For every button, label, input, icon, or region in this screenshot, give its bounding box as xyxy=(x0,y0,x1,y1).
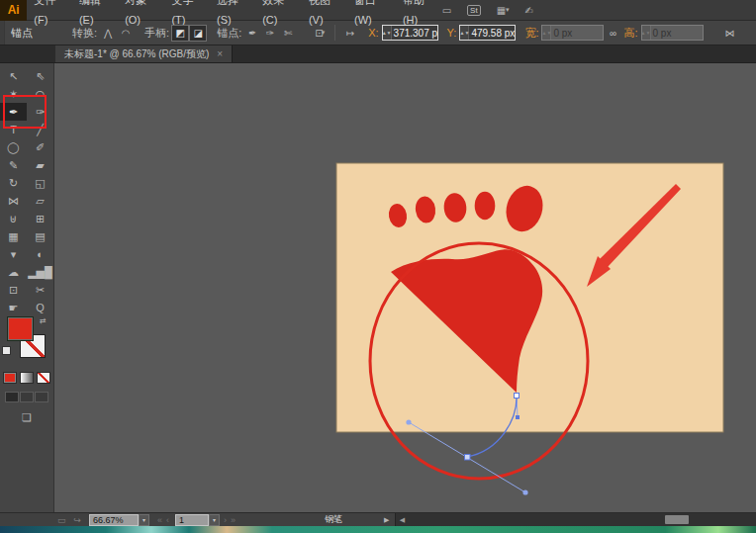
shape-builder-tool[interactable]: ⊎ xyxy=(0,210,27,227)
pen-direction-endpoint-1[interactable] xyxy=(406,419,411,424)
artboard-number-field[interactable]: 1 xyxy=(175,514,209,526)
x-stepper[interactable]: ▲▼ xyxy=(383,26,392,40)
tools-grid: ↖⇖✶◠✒✑T╱◯✐✎▰↻◱⋈▱⊎⊞▦▤▾◐☁▂▅█⊡✂☛Q xyxy=(0,63,53,316)
convert-to-smooth-button[interactable]: ◠ xyxy=(117,25,135,42)
x-value: 371.307 px xyxy=(392,28,437,39)
pen-tool[interactable]: ✒ xyxy=(0,103,27,121)
slice-tool[interactable]: ✂ xyxy=(27,281,53,299)
fill-swatch[interactable] xyxy=(7,316,34,341)
show-handles-button[interactable]: ◩ xyxy=(171,25,189,42)
selection-tool[interactable]: ↖ xyxy=(0,67,27,85)
statusbar-icon-2[interactable]: ↪ xyxy=(74,515,82,525)
document-tab[interactable]: 未标题-1* @ 66.67% (RGB/预览) × xyxy=(55,45,233,62)
status-popup-arrow[interactable]: ▶ xyxy=(384,516,389,524)
column-graph-tool[interactable]: ▂▅█ xyxy=(27,263,53,281)
height-label: 高: xyxy=(623,26,637,41)
horizontal-scrollbar-thumb[interactable] xyxy=(665,515,689,524)
direct-selection-tool[interactable]: ⇖ xyxy=(27,67,53,85)
width-value: 0 px xyxy=(551,28,603,39)
zoom-level-value: 66.67% xyxy=(93,515,124,525)
symbol-sprayer-tool[interactable]: ☁ xyxy=(0,263,27,281)
artboard-tool[interactable]: ⊡ xyxy=(0,281,27,299)
zoom-dropdown-button[interactable]: ▾ xyxy=(139,514,149,526)
pen-anchor-selected[interactable] xyxy=(465,455,471,461)
zoom-level-field[interactable]: 66.67% xyxy=(89,514,139,526)
chevron-down-icon: ▾ xyxy=(506,6,510,14)
zoom-tool[interactable]: Q xyxy=(27,299,53,316)
document-canvas[interactable] xyxy=(54,63,756,512)
curvature-tool[interactable]: ✑ xyxy=(27,103,53,121)
control-bar-grip[interactable] xyxy=(0,21,5,44)
connect-path-button[interactable]: ✑ xyxy=(261,25,279,42)
menu-item-0[interactable]: 文件(F) xyxy=(27,0,72,30)
remove-anchor-button[interactable]: ✒ xyxy=(243,25,261,42)
workspace-switcher-icon[interactable]: ▦ ▾ xyxy=(497,5,510,16)
paintbrush-tool[interactable]: ✐ xyxy=(27,138,53,156)
hide-handles-button[interactable]: ◪ xyxy=(189,25,207,42)
draw-behind-mode-button[interactable] xyxy=(20,392,34,402)
close-tab-icon[interactable]: × xyxy=(217,48,223,59)
magic-wand-tool[interactable]: ✶ xyxy=(0,85,27,103)
eyedropper-tool[interactable]: ▾ xyxy=(0,245,27,263)
link-dimensions-icon[interactable]: ∞ xyxy=(604,25,621,42)
main-area: ↖⇖✶◠✒✑T╱◯✐✎▰↻◱⋈▱⊎⊞▦▤▾◐☁▂▅█⊡✂☛Q ⇄ ❏ xyxy=(0,63,756,512)
paint-style-buttons xyxy=(0,372,53,384)
change-screen-mode-button[interactable]: ❏ xyxy=(0,411,53,424)
horizontal-scrollbar[interactable]: ◀ xyxy=(395,513,756,526)
lasso-tool[interactable]: ◠ xyxy=(27,85,53,103)
width-tool[interactable]: ⋈ xyxy=(0,192,27,210)
width-label: 宽: xyxy=(524,26,538,41)
align-edges-icon[interactable]: ↦ xyxy=(341,25,359,42)
rotate-tool[interactable]: ↻ xyxy=(0,174,27,192)
free-transform-tool[interactable]: ▱ xyxy=(27,192,53,210)
appbar-icons: ▭ St ▦ ▾ ✍ xyxy=(442,5,533,16)
windows-taskbar-strip[interactable] xyxy=(0,526,756,533)
workspace-grid-icon: ▦ xyxy=(497,5,506,16)
gradient-tool[interactable]: ▤ xyxy=(27,227,53,245)
draw-inside-mode-button[interactable] xyxy=(35,392,48,402)
hand-tool[interactable]: ☛ xyxy=(0,299,27,316)
height-stepper: ▲▼ xyxy=(642,26,651,40)
type-tool[interactable]: T xyxy=(0,121,27,138)
line-segment-tool[interactable]: ╱ xyxy=(27,121,53,138)
previous-artboard-button[interactable]: ‹ xyxy=(166,515,169,525)
eraser-tool[interactable]: ▰ xyxy=(27,156,53,174)
canvas-area[interactable] xyxy=(54,63,756,512)
arrange-documents-icon[interactable]: ▭ xyxy=(442,5,451,16)
color-button[interactable] xyxy=(3,372,17,384)
scroll-left-button[interactable]: ◀ xyxy=(396,516,408,524)
height-value: 0 px xyxy=(651,28,703,39)
first-artboard-button[interactable]: « xyxy=(157,515,162,525)
swap-fill-stroke-icon[interactable]: ⇄ xyxy=(40,316,47,325)
next-artboard-button[interactable]: › xyxy=(224,515,227,525)
anchors-label: 锚点: xyxy=(217,26,241,41)
transform-options-icon[interactable]: ⋈ xyxy=(721,25,739,42)
gradient-button[interactable] xyxy=(20,372,34,384)
x-field[interactable]: ▲▼ 371.307 px xyxy=(382,25,438,41)
draw-normal-mode-button[interactable] xyxy=(5,392,19,402)
y-field[interactable]: ▲▼ 479.58 px xyxy=(459,25,516,41)
pen-handle-point[interactable] xyxy=(516,415,520,419)
cut-path-button[interactable]: ✄ xyxy=(279,25,297,42)
status-bar: ▭ ↪ 66.67% ▾ « ‹ 1 ▾ › » 钢笔 ▶ ◀ xyxy=(0,512,756,526)
pen-direction-endpoint-2[interactable] xyxy=(522,489,527,494)
ellipse-tool[interactable]: ◯ xyxy=(0,138,27,156)
appbar-extra-icon[interactable]: ✍ xyxy=(525,5,533,16)
statusbar-icon-1[interactable]: ▭ xyxy=(57,515,66,525)
clipping-mask-button[interactable]: ⊡▾ xyxy=(311,25,329,42)
artboard-dropdown-button[interactable]: ▾ xyxy=(209,514,220,526)
adobe-stock-icon[interactable]: St xyxy=(467,5,481,16)
default-fill-stroke-icon[interactable] xyxy=(2,346,11,355)
scale-tool[interactable]: ◱ xyxy=(27,174,53,192)
fill-stroke-controls: ⇄ xyxy=(0,316,53,366)
blend-tool[interactable]: ◐ xyxy=(27,245,53,263)
pen-anchor-start[interactable] xyxy=(515,394,520,399)
foot-toe-4[interactable] xyxy=(475,192,496,220)
perspective-grid-tool[interactable]: ⊞ xyxy=(27,210,53,227)
pencil-tool[interactable]: ✎ xyxy=(0,156,27,174)
convert-to-corner-button[interactable]: ⋀ xyxy=(99,25,117,42)
y-stepper[interactable]: ▲▼ xyxy=(460,26,469,40)
mesh-tool[interactable]: ▦ xyxy=(0,227,27,245)
none-button[interactable] xyxy=(37,372,50,384)
last-artboard-button[interactable]: » xyxy=(231,515,236,525)
